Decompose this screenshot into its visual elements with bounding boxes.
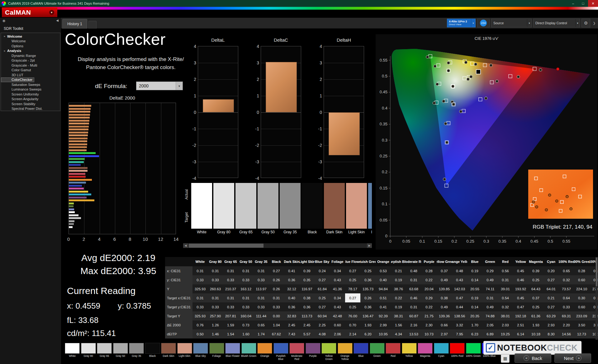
table-cell: 64.43 (528, 284, 543, 293)
scroll-left-icon[interactable]: ◀ (183, 243, 188, 248)
patch-button-light-skin[interactable] (177, 343, 192, 354)
page-title: ColorChecker (65, 30, 166, 49)
sidebar-item-spectral-power-dist[interactable]: Spectral Power Dist. (1, 106, 60, 111)
patch-button-white[interactable] (65, 343, 80, 354)
patch-button-yellow-green[interactable] (321, 343, 336, 354)
patch-button-gray-80[interactable] (81, 343, 96, 354)
sidebar-item-grayscale-multi[interactable]: Grayscale - Multi (1, 63, 60, 68)
deltae-bar (69, 146, 87, 148)
close-button[interactable]: ✕ (588, 0, 598, 7)
sidebar-item-saturation-sweeps[interactable]: Saturation Sweeps (1, 82, 60, 87)
patch-button-orange[interactable] (257, 343, 272, 354)
patch-button-yellow[interactable] (402, 343, 417, 354)
minimize-button[interactable]: – (568, 0, 578, 7)
next-button[interactable]: Next » (554, 353, 591, 363)
sidebar-item-welcome[interactable]: Welcome (1, 39, 60, 44)
back-button[interactable]: « Back (515, 353, 551, 363)
table-cell: 192.18 (513, 311, 528, 320)
sidebar-item-options[interactable]: Options (1, 44, 60, 49)
patch-swatch-blue-sky[interactable] (368, 183, 372, 229)
patch-button-blue-sky[interactable] (193, 343, 208, 354)
row-label: ΔE 2000 (165, 320, 192, 329)
table-scrollbar[interactable] (596, 257, 598, 340)
patch-button-bluish-green[interactable] (241, 343, 256, 354)
column-header-blue-sky: Blue Sky (315, 257, 330, 266)
patch-swatch-dark-skin[interactable] (324, 183, 345, 229)
sidebar-item-3d-lut[interactable]: 3D LUT (1, 72, 60, 77)
patch-button-dark-skin[interactable] (161, 343, 176, 354)
sidebar-item-screen-stability[interactable]: Screen Stability (1, 101, 60, 106)
meter-dropdown[interactable]: X-Rite i1Pro 2 Direct View ▾ (447, 19, 476, 27)
sidebar-item-grayscale-2pt[interactable]: Grayscale - 2pt (1, 58, 60, 63)
patch-swatch-black[interactable] (302, 183, 323, 229)
table-scrollbar-thumb[interactable] (596, 258, 597, 286)
patch-button-100-red[interactable] (450, 343, 465, 354)
scrollbar-track[interactable] (188, 243, 367, 248)
table-cell: 0.46 (406, 293, 421, 302)
patch-button-black[interactable] (145, 343, 160, 354)
patch-strip-scrollbar[interactable]: ◀ ▶ (183, 243, 372, 248)
patch-swatch-gray-50[interactable] (258, 183, 278, 229)
table-cell: 6.23 (467, 329, 482, 338)
scroll-right-icon[interactable]: ▶ (367, 243, 372, 248)
patch-button-blue[interactable] (354, 343, 368, 354)
sidebar-item-dynamic-range[interactable]: Dynamic Range (1, 53, 60, 58)
sidebar-item-color-gamut[interactable]: Color Gamut (1, 68, 60, 73)
patch-button-gray-65[interactable] (97, 343, 112, 354)
svg-text:0.55: 0.55 (562, 239, 570, 244)
delta-chart-plot-deltah: 43210-1-2-3-4 (324, 46, 364, 178)
patch-button-orange-yellow[interactable] (338, 343, 353, 354)
patch-button-purple[interactable] (306, 343, 320, 354)
table-cell: 1.46 (208, 329, 223, 338)
patch-button-gray-35[interactable] (129, 343, 144, 354)
de-formula-dropdown[interactable]: 2000 ▾ (136, 82, 183, 90)
patch-swatch-gray-80[interactable] (213, 183, 234, 229)
patch-button-magenta[interactable] (418, 343, 433, 354)
patch-button-moderate-red[interactable] (289, 343, 304, 354)
source-dropdown[interactable]: Source ▾ (491, 19, 532, 27)
patch-button-blue-flower[interactable] (225, 343, 240, 354)
sidebar-group-welcome[interactable]: ▸Welcome (1, 34, 60, 39)
patch-swatch-gray-65[interactable] (235, 183, 256, 229)
workflow-icon[interactable]: ◉ (2, 19, 6, 23)
patch-button-100-green[interactable] (466, 343, 481, 354)
sidebar-item-colorchecker[interactable]: ColorChecker (1, 77, 34, 82)
svg-text:0.05: 0.05 (402, 239, 410, 244)
patch-button-foliage[interactable] (209, 343, 224, 354)
sidebar-item-screen-angularity[interactable]: Screen Angularity (1, 97, 60, 102)
settings-button[interactable]: ⚙ (581, 19, 590, 27)
deltae-bar (69, 173, 85, 175)
calman-logo-menu[interactable]: CalMAN ▾ (2, 7, 57, 17)
axis-tick-label: -1 (252, 126, 259, 131)
sidebar-collapse-icon[interactable]: ◀ (56, 19, 59, 22)
table-cell: 0.60 (330, 320, 345, 329)
expand-icon[interactable]: ▸ (4, 35, 7, 38)
table-cell: 2.45 (284, 320, 299, 329)
table-cell: 0.31 (192, 266, 208, 275)
scrollbar-thumb[interactable] (189, 244, 263, 248)
column-header-blue: Blue (467, 257, 482, 266)
cie-chart-title: CIE 1976 u'v' (376, 36, 597, 41)
sidebar-item-luminance-sweeps[interactable]: Luminance Sweeps (1, 87, 60, 92)
tab-history-1[interactable]: History 1 (62, 19, 87, 29)
display-control-dropdown[interactable]: Direct Display Control ▾ (533, 19, 580, 27)
maximize-button[interactable]: □ (578, 0, 588, 7)
expand-icon[interactable]: ▸ (4, 49, 7, 52)
table-cell: 0.31 (254, 293, 269, 302)
gridline (324, 63, 364, 63)
patch-button-red[interactable] (386, 343, 401, 354)
table-cell: 32.12 (284, 284, 299, 293)
patch-button-purplish-blue[interactable] (273, 343, 288, 354)
layout-toggle-button[interactable]: ▦ (501, 354, 510, 363)
tab-stub[interactable] (88, 21, 97, 29)
gridline (198, 112, 238, 113)
patch-swatch-light-skin[interactable] (346, 183, 367, 229)
patch-swatch-white[interactable] (191, 183, 212, 229)
patch-button-green[interactable] (370, 343, 385, 354)
sidebar-group-analysis[interactable]: ▸Analysis (1, 49, 60, 54)
panel-expand-button[interactable]: ❯ (592, 19, 597, 27)
sidebar-item-screen-uniformity[interactable]: Screen Uniformity (1, 92, 60, 97)
patch-swatch-gray-35[interactable] (280, 183, 301, 229)
patch-button-gray-50[interactable] (113, 343, 128, 354)
patch-button-cyan[interactable] (434, 343, 449, 354)
